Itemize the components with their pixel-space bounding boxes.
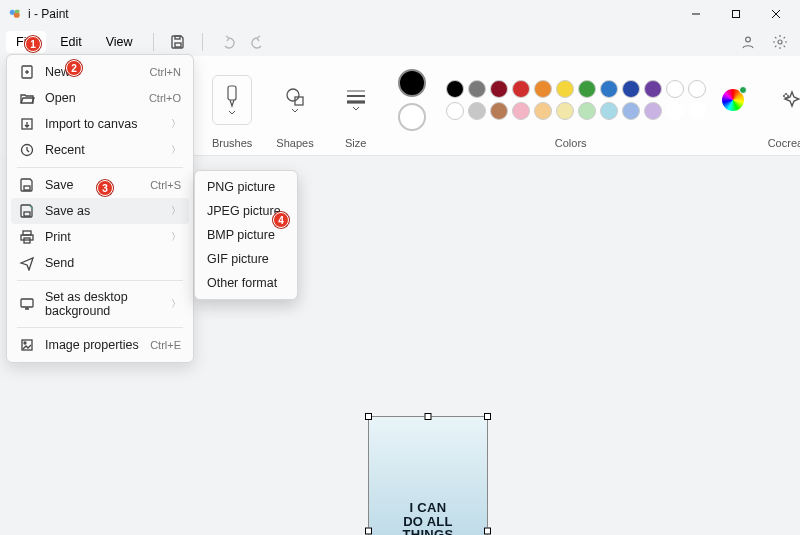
svg-point-10 — [778, 40, 782, 44]
saveas-submenu: PNG pictureJPEG pictureBMP pictureGIF pi… — [194, 170, 298, 300]
color-swatch[interactable] — [688, 80, 706, 98]
import-icon — [19, 116, 35, 132]
color-swatch[interactable] — [578, 102, 596, 120]
color-swatch[interactable] — [688, 102, 706, 120]
resize-handle[interactable] — [484, 413, 491, 420]
color-swatches — [446, 80, 706, 120]
color-swatch[interactable] — [644, 102, 662, 120]
new-icon — [19, 64, 35, 80]
close-button[interactable] — [756, 0, 796, 28]
shortcut: Ctrl+N — [150, 66, 181, 78]
brushes-button[interactable] — [212, 75, 252, 125]
settings-icon[interactable] — [766, 30, 794, 54]
color-swatch[interactable] — [600, 102, 618, 120]
shapes-button[interactable] — [277, 75, 313, 125]
menu-item-print[interactable]: Print 〉 — [11, 224, 189, 250]
poster-line: THINGS — [403, 527, 454, 535]
submenu-label: Other format — [207, 276, 285, 290]
color-swatch[interactable] — [512, 102, 530, 120]
color-swatch[interactable] — [534, 102, 552, 120]
undo-button[interactable] — [213, 30, 241, 54]
saveas-icon — [19, 203, 35, 219]
save-icon — [19, 177, 35, 193]
color-swatch[interactable] — [468, 80, 486, 98]
color-swatch[interactable] — [578, 80, 596, 98]
menu-view[interactable]: View — [96, 31, 143, 53]
artboard-image[interactable]: I CAN DO ALL THINGS through Christ who s… — [368, 416, 488, 535]
color-swatch[interactable] — [600, 80, 618, 98]
group-brushes: Brushes — [202, 62, 262, 155]
submenu-item-gif-picture[interactable]: GIF picture — [199, 247, 293, 271]
group-shapes: Shapes — [266, 62, 323, 155]
group-size: Size — [328, 62, 384, 155]
shortcut: Ctrl+O — [149, 92, 181, 104]
svg-rect-23 — [24, 212, 30, 216]
minimize-button[interactable] — [676, 0, 716, 28]
menu-item-image-properties[interactable]: Image properties Ctrl+E — [11, 332, 189, 358]
edit-colors-button[interactable] — [722, 89, 744, 111]
group-cocreator: Cocreator — [758, 62, 800, 155]
color-swatch[interactable] — [512, 80, 530, 98]
svg-rect-11 — [228, 86, 236, 100]
annotation-3: 3 — [97, 180, 113, 196]
color-swatch[interactable] — [534, 80, 552, 98]
menu-item-open[interactable]: Open Ctrl+O — [11, 85, 189, 111]
cocreator-button[interactable] — [774, 75, 800, 125]
submenu-label: BMP picture — [207, 228, 285, 242]
account-icon[interactable] — [734, 30, 762, 54]
size-button[interactable] — [338, 75, 374, 125]
color-swatch[interactable] — [490, 102, 508, 120]
group-label: Size — [345, 137, 366, 155]
primary-color[interactable] — [398, 69, 426, 97]
color-swatch[interactable] — [622, 102, 640, 120]
chevron-right-icon: 〉 — [171, 117, 181, 131]
print-icon — [19, 229, 35, 245]
resize-handle[interactable] — [365, 413, 372, 420]
submenu-item-png-picture[interactable]: PNG picture — [199, 175, 293, 199]
secondary-color[interactable] — [398, 103, 426, 131]
image-content: I CAN DO ALL THINGS through Christ who s… — [369, 417, 487, 535]
menu-item-set-as-desktop-background[interactable]: Set as desktop background 〉 — [11, 285, 189, 323]
svg-point-12 — [287, 89, 299, 101]
color-swatch[interactable] — [644, 80, 662, 98]
chevron-right-icon: 〉 — [171, 204, 181, 218]
menu-item-label: Recent — [45, 143, 161, 157]
svg-point-9 — [746, 37, 751, 42]
recent-icon — [19, 142, 35, 158]
resize-handle[interactable] — [425, 413, 432, 420]
group-label: Colors — [555, 137, 587, 155]
color-swatch[interactable] — [468, 102, 486, 120]
resize-handle[interactable] — [365, 528, 372, 535]
color-swatch[interactable] — [666, 102, 684, 120]
redo-button[interactable] — [245, 30, 273, 54]
group-label: Brushes — [212, 137, 252, 155]
menu-item-label: Import to canvas — [45, 117, 161, 131]
chevron-right-icon: 〉 — [171, 230, 181, 244]
save-icon-button[interactable] — [164, 30, 192, 54]
menu-item-import-to-canvas[interactable]: Import to canvas 〉 — [11, 111, 189, 137]
color-swatch[interactable] — [622, 80, 640, 98]
color-swatch[interactable] — [446, 80, 464, 98]
menu-item-label: Save — [45, 178, 140, 192]
svg-rect-4 — [733, 11, 740, 18]
submenu-item-other-format[interactable]: Other format — [199, 271, 293, 295]
color-swatch[interactable] — [556, 102, 574, 120]
color-swatch[interactable] — [490, 80, 508, 98]
submenu-label: PNG picture — [207, 180, 285, 194]
menu-view-label: View — [106, 35, 133, 49]
resize-handle[interactable] — [484, 528, 491, 535]
svg-rect-13 — [295, 97, 303, 105]
svg-rect-2 — [15, 10, 19, 14]
color-swatch[interactable] — [556, 80, 574, 98]
color-swatch[interactable] — [666, 80, 684, 98]
color-swatch[interactable] — [446, 102, 464, 120]
menu-item-new[interactable]: New Ctrl+N — [11, 59, 189, 85]
maximize-button[interactable] — [716, 0, 756, 28]
divider — [202, 33, 203, 51]
ribbon: Brushes Shapes Size — [192, 56, 800, 156]
menu-item-recent[interactable]: Recent 〉 — [11, 137, 189, 163]
title-bar: i - Paint — [0, 0, 800, 28]
menu-item-send[interactable]: Send — [11, 250, 189, 276]
menu-item-save-as[interactable]: Save as 〉 — [11, 198, 189, 224]
menu-edit[interactable]: Edit — [50, 31, 92, 53]
